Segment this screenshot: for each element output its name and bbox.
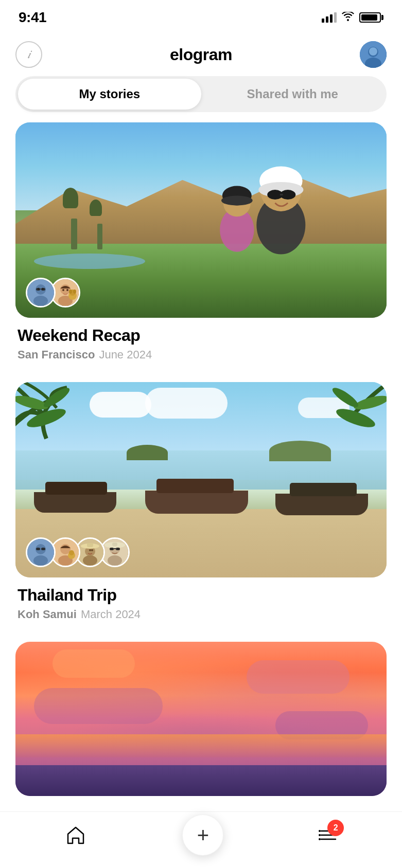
story-card-thailand[interactable]: Thailand Trip Koh Samui March 2024 — [15, 382, 387, 621]
palm-left — [15, 382, 108, 454]
status-icons — [322, 12, 383, 24]
svg-point-37 — [330, 385, 360, 410]
svg-rect-42 — [41, 548, 45, 550]
app-header: 𝑖 elogram — [0, 33, 402, 76]
svg-point-31 — [73, 290, 76, 294]
story-title-thailand: Thailand Trip — [18, 586, 384, 605]
app-title: elogram — [170, 45, 232, 64]
info-button[interactable]: 𝑖 — [15, 41, 42, 68]
user-avatar — [360, 41, 387, 68]
avatar-1 — [26, 278, 56, 308]
svg-rect-59 — [112, 542, 117, 546]
story-location-thailand: Koh Samui — [18, 608, 77, 621]
palm-right — [294, 382, 387, 454]
svg-point-53 — [89, 549, 91, 551]
svg-point-66 — [319, 830, 321, 832]
avatar-th-1 — [26, 537, 56, 567]
story-avatars-weekend — [26, 278, 75, 308]
battery-icon — [359, 12, 383, 23]
svg-point-17 — [33, 296, 48, 306]
svg-point-26 — [62, 289, 64, 291]
story-card-weekend-recap[interactable]: Weekend Recap San Francisco June 2024 — [15, 122, 387, 361]
story-info-thailand: Thailand Trip Koh Samui March 2024 — [15, 577, 387, 621]
cyclist-silhouette — [127, 132, 387, 318]
svg-rect-21 — [41, 288, 45, 291]
stories-list: Weekend Recap San Francisco June 2024 — [0, 122, 402, 858]
svg-rect-52 — [87, 543, 93, 547]
svg-point-54 — [91, 549, 93, 551]
story-image-thailand — [15, 382, 387, 577]
phone-frame: 9:41 — [0, 0, 402, 868]
svg-point-68 — [319, 838, 321, 840]
svg-rect-60 — [110, 548, 114, 550]
wifi-icon — [342, 12, 354, 24]
story-image-weekend-recap — [15, 122, 387, 318]
story-card-sunset[interactable] — [15, 642, 387, 796]
svg-rect-61 — [116, 548, 120, 550]
story-image-sunset — [15, 642, 387, 796]
bottom-nav: + 2 — [0, 811, 402, 868]
nav-list-button[interactable]: 2 — [317, 824, 340, 846]
svg-rect-41 — [36, 548, 40, 550]
story-info-weekend: Weekend Recap San Francisco June 2024 — [15, 318, 387, 361]
svg-point-67 — [319, 834, 321, 836]
svg-rect-20 — [36, 288, 40, 291]
tab-shared-with-me[interactable]: Shared with me — [201, 79, 384, 110]
nav-add-button[interactable]: + — [182, 815, 223, 856]
svg-point-57 — [108, 555, 122, 566]
story-meta-thailand: Koh Samui March 2024 — [18, 608, 384, 621]
story-meta-weekend: San Francisco June 2024 — [18, 348, 384, 361]
svg-point-27 — [66, 289, 68, 291]
status-bar: 9:41 — [0, 0, 402, 28]
story-location-weekend: San Francisco — [18, 348, 95, 361]
info-icon: 𝑖 — [27, 48, 30, 61]
story-date-weekend: June 2024 — [99, 348, 152, 361]
story-title-weekend: Weekend Recap — [18, 326, 384, 345]
story-date-thailand: March 2024 — [81, 608, 141, 621]
nav-home-button[interactable] — [62, 822, 89, 848]
tab-toggle: My stories Shared with me — [15, 76, 387, 112]
svg-point-30 — [69, 290, 72, 294]
tab-my-stories[interactable]: My stories — [18, 79, 201, 110]
notification-badge: 2 — [327, 820, 344, 836]
svg-point-50 — [83, 555, 97, 566]
status-time: 9:41 — [19, 9, 46, 26]
svg-point-7 — [221, 196, 253, 206]
user-avatar-button[interactable] — [360, 41, 387, 68]
svg-point-3 — [369, 47, 377, 56]
add-icon: + — [197, 825, 209, 845]
svg-point-47 — [69, 550, 74, 555]
story-avatars-thailand — [26, 537, 125, 567]
svg-point-40 — [33, 555, 48, 566]
home-icon — [62, 822, 89, 848]
signal-icon — [322, 12, 337, 23]
